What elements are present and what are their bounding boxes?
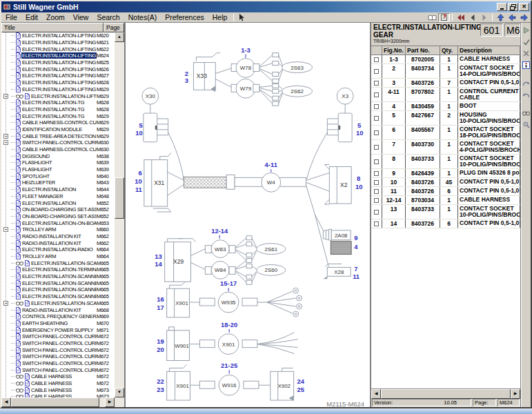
table-row[interactable]: 4-11 8707802 1 CONTROL CURRENTCABLE xyxy=(371,88,520,102)
row-checkbox[interactable] xyxy=(374,221,379,226)
table-row[interactable]: 6 8405567 1 CONTACT SOCKET18-POLIG/PINS/… xyxy=(371,126,520,140)
list-item[interactable]: + ELECTR.INSTALLATION-LIFTING GEAR M629 xyxy=(1,86,115,93)
list-item[interactable]: + HEIZLUEFTER M643 xyxy=(1,179,115,186)
scroll-left-button[interactable]: ◀ xyxy=(1,397,11,407)
list-item[interactable]: + TROLLEY ARM M664 xyxy=(1,253,115,260)
row-checkbox[interactable] xyxy=(374,130,379,135)
list-item[interactable]: + SWITCH PANEL-CONTROL CURRENT M630 xyxy=(1,139,115,146)
list-item[interactable]: + EMERGENCY POWER SUPPLY M671 xyxy=(1,326,115,333)
list-item[interactable]: + SPOTLIGHT M640 xyxy=(1,172,115,179)
scroll-left-button[interactable]: ◀ xyxy=(371,389,381,399)
row-checkbox[interactable] xyxy=(374,198,379,203)
list-vertical-scrollbar[interactable]: ▲ ▼ xyxy=(115,32,124,397)
list-item[interactable]: + ON-BOARD-CHARGING SET-ASSEMBLY M652 xyxy=(1,213,115,220)
minimize-button[interactable] xyxy=(497,3,507,11)
list-item[interactable]: + RADIO-INSTALLATION KIT M662 xyxy=(1,233,115,240)
info-icon[interactable] xyxy=(522,61,531,70)
list-item[interactable]: + ELECTR.INSTALLATION-LIFTING GEAR M624 xyxy=(1,52,115,59)
list-item[interactable]: + FLEET MANAGER M648 xyxy=(1,193,115,200)
column-header-page[interactable]: Page xyxy=(104,23,124,32)
list-item[interactable]: + ELECTR.INSTALLATION-LIFTING GEAR M621 xyxy=(1,39,115,46)
title-bar[interactable]: Still Wagner GmbH ✕ xyxy=(1,1,531,12)
list-item[interactable]: + SWITCH PANEL-CONTROL CURRENT M672 xyxy=(1,366,115,373)
table-row[interactable]: 9 8426439 1 PLUG DIN 45326 8 pol. xyxy=(371,169,520,178)
table-row[interactable]: 13 8403733 1 CONTACT SOCKET10-POLIG/PINS… xyxy=(371,205,520,219)
list-item[interactable]: + CONTROL FREQUENCY GENERATOR M669 xyxy=(1,313,115,320)
play-icon[interactable] xyxy=(522,26,531,34)
list-item[interactable]: + CABLE HARNESS M672 xyxy=(1,373,115,380)
nav-forward-icon[interactable] xyxy=(518,13,530,22)
list-item[interactable]: + ELECTR.INSTALLATION-ON-BOARD-CHA... M6… xyxy=(1,219,115,226)
expand-icon[interactable]: + xyxy=(3,94,8,99)
list-item[interactable]: + CABLE HARNESS-CONTROL CURRENT M629 xyxy=(1,119,115,126)
list-item[interactable]: + ELECTR.INSTALLATION-TG M629 xyxy=(1,112,115,119)
list-item[interactable]: + SWITCH PANEL-CONTROL CURRENT M672 xyxy=(1,353,115,360)
list-item[interactable]: + ELECTR.INSTALLATION-SCANNER/TE... M665 xyxy=(1,259,115,266)
list-item[interactable]: + ELECTR.INSTALLATION-TG M628 xyxy=(1,106,115,113)
list-item[interactable]: + CABLE TREE-AREA DETECTION M629 xyxy=(1,132,115,139)
table-row[interactable]: 10 8403726 45 CONTACT PIN 0,5-1,0 xyxy=(371,178,520,187)
menu-item[interactable]: Help xyxy=(208,12,232,22)
list-item[interactable]: + ELECTR.INSTALLATION-LIFTING GEAR M620 xyxy=(1,32,115,39)
list-item[interactable]: + DIGISOUND M638 xyxy=(1,152,115,159)
column-header-qty[interactable]: Qty. xyxy=(440,46,458,55)
list-item[interactable]: + ELECTR.INSTALLATION-LIFTING GEAR M628 xyxy=(1,79,115,86)
table-row[interactable]: 4 8430459 1 BOOT xyxy=(371,102,520,111)
column-header-part[interactable]: Part No. xyxy=(406,46,440,55)
scroll-up-button[interactable]: ▲ xyxy=(115,32,124,42)
list-item[interactable]: + ELECTR.INSTALLATION-SCANNER/TERMI... M… xyxy=(1,273,115,280)
menu-item[interactable]: View xyxy=(69,12,93,22)
list-item[interactable]: + CABLE HARNESS M672 xyxy=(1,380,115,387)
undo-icon[interactable] xyxy=(522,90,531,99)
list-item[interactable]: + SWITCH PANEL-CONTROL CURRENT M672 xyxy=(1,346,115,353)
column-header-fig[interactable]: Fig.No. xyxy=(382,46,406,55)
zoom-out-icon[interactable] xyxy=(522,120,531,129)
table-row[interactable]: 14 8403726 6 CONTACT PIN 0,5-1,0 xyxy=(371,219,520,228)
scroll-right-button[interactable]: ▶ xyxy=(511,389,520,399)
list-item[interactable]: + RADIO-INSTALLATION KIT M662 xyxy=(1,239,115,246)
list-item[interactable]: + CABLE HARNESS M673 xyxy=(1,386,115,393)
list-item[interactable]: + FLASHLIGHT M639 xyxy=(1,166,115,173)
book-bookmark-icon[interactable] xyxy=(438,13,450,22)
column-header-desc[interactable]: Description xyxy=(458,46,520,55)
expand-icon[interactable]: + xyxy=(3,140,8,145)
open-book-icon[interactable] xyxy=(426,13,438,22)
close-button[interactable]: ✕ xyxy=(519,3,529,11)
row-checkbox[interactable] xyxy=(374,159,379,164)
list-item[interactable]: + FLASHLIGHT M639 xyxy=(1,159,115,166)
column-header-title[interactable]: Title xyxy=(1,23,104,32)
row-checkbox[interactable] xyxy=(374,189,379,194)
check-icon[interactable] xyxy=(522,37,531,46)
row-checkbox[interactable] xyxy=(374,57,379,62)
list-item[interactable]: + EARTH SHEATHING M670 xyxy=(1,320,115,327)
redo-icon[interactable] xyxy=(522,79,531,88)
scroll-thumb[interactable] xyxy=(381,389,511,399)
next-page-icon[interactable] xyxy=(478,13,490,22)
menu-item[interactable]: Search xyxy=(92,12,124,22)
cross-icon[interactable] xyxy=(522,49,531,58)
nav-back-icon[interactable] xyxy=(506,13,518,22)
list-item[interactable]: + ELECTR.INSTALLATION-LIFTING GEA... M62… xyxy=(1,92,115,99)
expand-icon[interactable]: + xyxy=(3,301,8,306)
list-item[interactable]: + SWITCH PANEL-CONTROL CURRENT M672 xyxy=(1,340,115,347)
list-item[interactable]: + RADIO-INSTALLATION KIT M668 xyxy=(1,306,115,313)
menu-item[interactable]: Zoom xyxy=(42,12,69,22)
list-item[interactable]: + ELECTR.INSTALLATION-SCANNER/TERMI... M… xyxy=(1,279,115,286)
list-item[interactable]: + ELECTR.INSTALLATION-LIFTING GEAR M627 xyxy=(1,72,115,79)
table-row[interactable]: 2 8403734 1 CONTACT SOCKET14-POLIG/PINS/… xyxy=(371,64,520,79)
list-item[interactable]: + ELECTR.INSTALLATION-LIFTING GEAR M622 xyxy=(1,46,115,52)
list-item[interactable]: + ON-BOARD-CHARGING SET-ASSEMBLY M652 xyxy=(1,206,115,213)
list-item[interactable]: + CABLE HARNESS-CONTROL CURRENT M630 xyxy=(1,146,115,153)
row-checkbox[interactable] xyxy=(374,171,379,176)
row-checkbox[interactable] xyxy=(374,145,379,150)
list-item[interactable]: + ELECTR.INSTALLATION M644 xyxy=(1,186,115,193)
menu-item[interactable]: Edit xyxy=(21,12,42,22)
expand-icon[interactable]: + xyxy=(3,227,8,232)
list-item[interactable]: + ELECTR.INSTALLATION-RADIO M664 xyxy=(1,246,115,253)
list-item[interactable]: + ELECTR.INSTALLATION-LIFTING GEAR M626 xyxy=(1,66,115,72)
scroll-right-button[interactable]: ▶ xyxy=(105,397,115,407)
row-checkbox[interactable] xyxy=(374,180,379,185)
table-row[interactable]: 12-14 8703034 1 CABLE HARNESS xyxy=(371,196,520,205)
list-item[interactable]: + ELECTR.INSTALLATION M652 xyxy=(1,199,115,206)
row-checkbox[interactable] xyxy=(374,104,379,109)
